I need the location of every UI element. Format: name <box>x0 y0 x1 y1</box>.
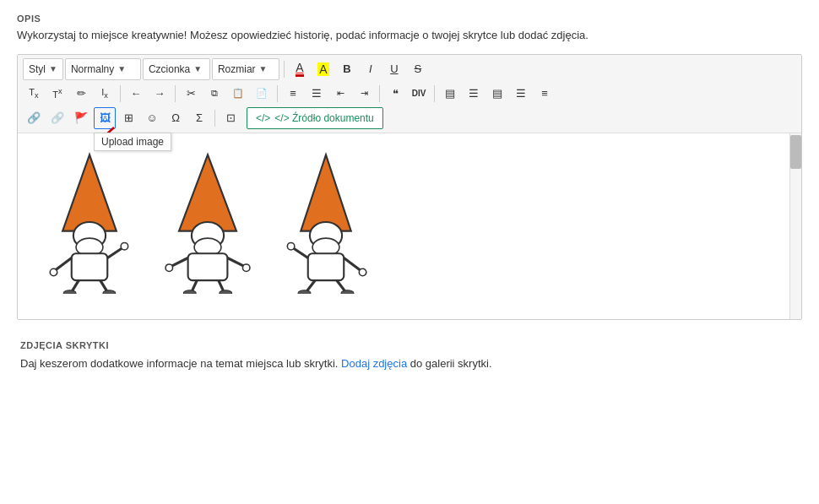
zdjecia-description: Daj keszerom dodatkowe informacje na tem… <box>20 355 799 373</box>
btn-align-justify[interactable]: ☰ <box>510 83 532 105</box>
btn-ol[interactable]: ☰ <box>306 83 328 105</box>
gnome-2 <box>161 150 254 294</box>
btn-emoji[interactable]: ☺ <box>141 107 163 129</box>
sep-2b <box>175 85 176 102</box>
rozmiar-label: Rozmiar <box>218 63 256 75</box>
btn-align-right[interactable]: ▤ <box>486 83 508 105</box>
styl-arrow-icon: ▼ <box>49 64 57 73</box>
zdjecia-section: ZDJĘCIA SKRYTKI Daj keszerom dodatkowe i… <box>17 340 802 373</box>
btn-ul[interactable]: ≡ <box>282 83 304 105</box>
normalny-select[interactable]: Normalny ▼ <box>65 58 141 80</box>
svg-rect-28 <box>308 253 344 280</box>
sep-2e <box>434 85 435 102</box>
svg-marker-1 <box>62 154 117 230</box>
source-icon: </> <box>256 112 270 124</box>
svg-point-18 <box>165 263 173 271</box>
opis-section: OPIS Wykorzystaj to miejsce kreatywnie! … <box>17 14 802 44</box>
btn-sigma[interactable]: Σ <box>188 107 210 129</box>
upload-image-tooltip: Upload image <box>94 133 171 151</box>
sep-2a <box>120 85 121 102</box>
btn-strikethrough[interactable]: S <box>407 58 429 80</box>
btn-highlight[interactable]: A <box>312 58 334 80</box>
btn-paste[interactable]: 📋 <box>227 83 249 105</box>
scrollbar-thumb <box>790 135 801 169</box>
btn-paint[interactable]: ✏ <box>70 83 92 105</box>
svg-line-31 <box>344 257 361 271</box>
editor-scrollbar[interactable] <box>789 133 801 319</box>
gnome-3 <box>279 150 372 294</box>
sep-2c <box>277 85 278 102</box>
svg-point-24 <box>220 290 232 293</box>
btn-indent-inc[interactable]: ⇥ <box>353 83 375 105</box>
btn-tx-super[interactable]: Tx <box>46 83 68 105</box>
btn-indent-dec[interactable]: ⇤ <box>329 83 351 105</box>
editor-container: Styl ▼ Normalny ▼ Czcionka ▼ Rozmiar ▼ <box>17 54 802 320</box>
svg-point-22 <box>183 290 196 293</box>
btn-anchor[interactable]: 🚩 <box>70 107 92 129</box>
svg-point-30 <box>287 242 295 250</box>
opis-description: Wykorzystaj to miejsce kreatywnie! Możes… <box>17 27 802 44</box>
btn-link[interactable]: 🔗 <box>23 107 45 129</box>
dodaj-zdjecia-link[interactable]: Dodaj zdjęcia <box>341 357 407 370</box>
btn-redo[interactable]: → <box>149 83 171 105</box>
sep-1 <box>284 61 285 78</box>
btn-div[interactable]: DIV <box>408 83 430 105</box>
svg-marker-25 <box>301 154 351 230</box>
svg-rect-4 <box>72 253 108 280</box>
btn-italic[interactable]: I <box>360 58 382 80</box>
zdjecia-desc-end: do galerii skrytki. <box>410 357 492 370</box>
styl-label: Styl <box>29 63 46 75</box>
czcionka-label: Czcionka <box>149 63 190 75</box>
svg-point-36 <box>341 290 354 293</box>
czcionka-select[interactable]: Czcionka ▼ <box>143 58 210 80</box>
editor-content[interactable] <box>18 133 801 319</box>
btn-unlink[interactable]: 🔗 <box>46 107 68 129</box>
zdjecia-label: ZDJĘCIA SKRYTKI <box>20 340 799 350</box>
btn-table[interactable]: ⊞ <box>117 107 139 129</box>
btn-tx[interactable]: Tx <box>23 83 45 105</box>
gnome-1 <box>43 150 136 294</box>
btn-block[interactable]: ⊡ <box>220 107 241 129</box>
btn-source[interactable]: </> </> Źródło dokumentu <box>247 107 383 129</box>
svg-rect-16 <box>188 253 228 280</box>
czcionka-arrow-icon: ▼ <box>193 64 202 73</box>
btn-clear-format[interactable]: Ix <box>94 83 116 105</box>
toolbar: Styl ▼ Normalny ▼ Czcionka ▼ Rozmiar ▼ <box>18 55 801 133</box>
normalny-arrow-icon: ▼ <box>117 64 126 73</box>
svg-point-12 <box>103 290 116 293</box>
source-label: </> Źródło dokumentu <box>274 112 373 124</box>
btn-undo[interactable]: ← <box>125 83 147 105</box>
normalny-label: Normalny <box>71 63 114 75</box>
btn-copy[interactable]: ⧉ <box>203 83 225 105</box>
btn-omega[interactable]: Ω <box>165 107 187 129</box>
btn-cut[interactable]: ✂ <box>180 83 202 105</box>
upload-image-wrapper: 🖼 Upload image <box>94 107 116 129</box>
svg-point-10 <box>63 290 76 293</box>
svg-marker-13 <box>179 154 236 230</box>
svg-point-6 <box>50 268 57 276</box>
btn-blockquote[interactable]: ❝ <box>384 83 406 105</box>
btn-upload-image[interactable]: 🖼 <box>94 107 116 129</box>
rozmiar-select[interactable]: Rozmiar ▼ <box>212 58 279 80</box>
btn-align-center[interactable]: ☰ <box>463 83 485 105</box>
svg-point-32 <box>359 268 366 276</box>
zdjecia-desc-text: Daj keszerom dodatkowe informacje na tem… <box>20 357 338 370</box>
toolbar-row-3: 🔗 🔗 🚩 🖼 <box>23 107 796 129</box>
sep-3 <box>214 110 215 127</box>
svg-point-8 <box>121 242 128 250</box>
editor-content-area <box>18 133 801 319</box>
btn-font-color[interactable]: A <box>289 58 311 80</box>
btn-underline[interactable]: U <box>383 58 405 80</box>
styl-select[interactable]: Styl ▼ <box>23 58 63 80</box>
btn-paste-text[interactable]: 📄 <box>251 83 273 105</box>
opis-label: OPIS <box>17 14 802 24</box>
svg-point-20 <box>242 263 250 271</box>
btn-align-none[interactable]: ≡ <box>534 83 556 105</box>
toolbar-row-1: Styl ▼ Normalny ▼ Czcionka ▼ Rozmiar ▼ <box>23 58 796 80</box>
sep-2d <box>379 85 380 102</box>
btn-bold[interactable]: B <box>336 58 358 80</box>
rozmiar-arrow-icon: ▼ <box>259 64 268 73</box>
btn-align-left[interactable]: ▤ <box>439 83 461 105</box>
gnomes-area <box>26 142 793 302</box>
toolbar-row-2: Tx Tx ✏ Ix ← → ✂ ⧉ 📋 📄 ≡ ☰ ⇤ ⇥ ❝ DIV <box>23 83 796 105</box>
